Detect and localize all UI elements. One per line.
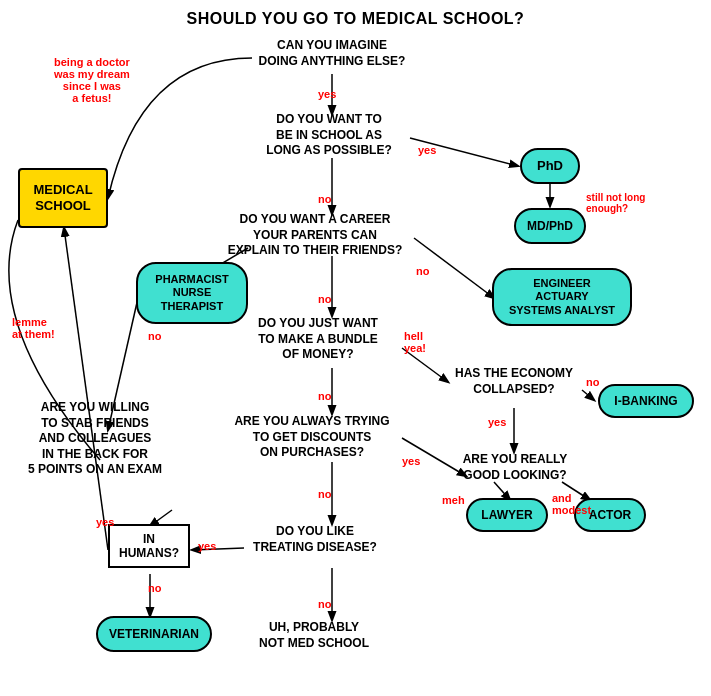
- in-humans-box: INHUMANS?: [108, 524, 190, 568]
- label-no-q3: no: [318, 293, 331, 305]
- label-yes-q5: yes: [402, 455, 420, 467]
- ibanking-box: I-BANKING: [598, 384, 694, 418]
- label-no-in-humans: no: [148, 582, 161, 594]
- pharmacist-box: PHARMACISTNURSETHERAPIST: [136, 262, 248, 324]
- q10-text: ARE YOU WILLINGTO STAB FRIENDSAND COLLEA…: [26, 400, 164, 478]
- label-being-doctor: being a doctorwas my dreamsince I wasa f…: [54, 56, 130, 104]
- label-no-q4: no: [318, 390, 331, 402]
- label-lemme-at-them: lemmeat them!: [12, 316, 55, 340]
- q1-text: CAN YOU IMAGINEDOING ANYTHING ELSE?: [248, 38, 416, 69]
- lawyer-box: LAWYER: [466, 498, 548, 532]
- medical-school-box: MEDICALSCHOOL: [18, 168, 108, 228]
- label-yes-in-humans: yes: [96, 516, 114, 528]
- label-yes-q6: yes: [198, 540, 216, 552]
- label-no-q6: no: [318, 598, 331, 610]
- label-no-q5: no: [318, 488, 331, 500]
- q5-text: ARE YOU ALWAYS TRYINGTO GET DISCOUNTSON …: [226, 414, 398, 461]
- q8-text: HAS THE ECONOMYCOLLAPSED?: [446, 366, 582, 397]
- svg-line-12: [64, 228, 108, 550]
- label-still-not-long: still not longenough?: [586, 192, 645, 214]
- label-yes-economy: yes: [488, 416, 506, 428]
- label-meh: meh: [442, 494, 465, 506]
- label-hellyea-q4: hellyea!: [404, 330, 426, 354]
- q2-text: DO YOU WANT TOBE IN SCHOOL ASLONG AS POS…: [244, 112, 414, 159]
- label-and-modest: andmodest: [552, 492, 591, 516]
- md-phd-box: MD/PhD: [514, 208, 586, 244]
- veterinarian-box: VETERINARIAN: [96, 616, 212, 652]
- q3-text: DO YOU WANT A CAREERYOUR PARENTS CANEXPL…: [218, 212, 412, 259]
- label-yes-q1: yes: [318, 88, 336, 100]
- phd-box: PhD: [520, 148, 580, 184]
- label-no-pharmacist: no: [148, 330, 161, 342]
- q7-text: UH, PROBABLYNOT MED SCHOOL: [238, 620, 390, 651]
- label-no-q2: no: [318, 193, 331, 205]
- diagram: SHOULD YOU GO TO MEDICAL SCHOOL?: [0, 0, 711, 696]
- label-no-q3-right: no: [416, 265, 429, 277]
- svg-line-18: [582, 390, 594, 400]
- label-no-economy: no: [586, 376, 599, 388]
- engineer-box: ENGINEERACTUARYSYSTEMS ANALYST: [492, 268, 632, 326]
- q6-text: DO YOU LIKETREATING DISEASE?: [244, 524, 386, 555]
- page-title: SHOULD YOU GO TO MEDICAL SCHOOL?: [0, 0, 711, 28]
- q9-text: ARE YOU REALLYGOOD LOOKING?: [448, 452, 582, 483]
- q4-text: DO YOU JUST WANTTO MAKE A BUNDLEOF MONEY…: [238, 316, 398, 363]
- label-yes-q2: yes: [418, 144, 436, 156]
